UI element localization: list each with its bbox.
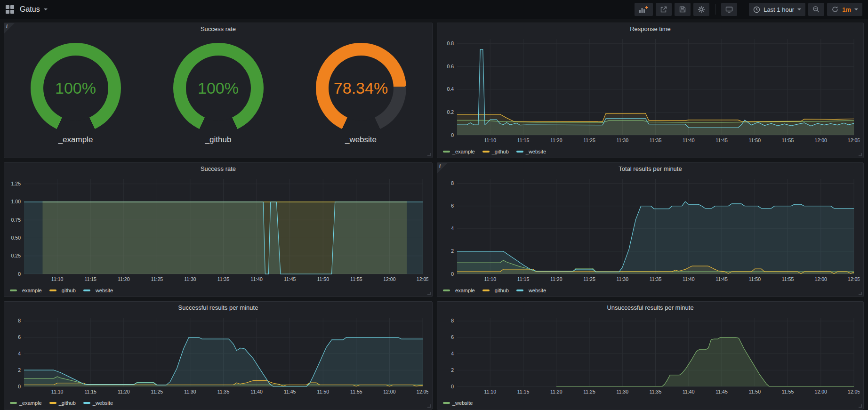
share-dashboard-button[interactable] <box>656 3 672 16</box>
svg-text:11:15: 11:15 <box>517 137 530 143</box>
svg-text:8: 8 <box>18 318 21 323</box>
svg-text:11:35: 11:35 <box>650 389 662 394</box>
svg-text:11:35: 11:35 <box>217 276 230 282</box>
svg-text:11:20: 11:20 <box>118 276 130 282</box>
response-time-chart[interactable]: 00.20.40.60.811:1011:1511:2011:2511:3011… <box>441 35 860 144</box>
svg-text:11:15: 11:15 <box>84 389 96 394</box>
save-icon <box>679 6 686 13</box>
chevron-down-icon <box>854 8 858 10</box>
svg-text:11:40: 11:40 <box>683 137 695 143</box>
svg-text:11:55: 11:55 <box>782 137 794 143</box>
dashboard-title-dropdown[interactable]: Gatus <box>20 5 48 14</box>
panel-success-rate: Success rate 00.250.500.751.001.2511:101… <box>4 162 433 297</box>
panel-total-results: i Total results per minute 0246811:1011:… <box>437 162 864 297</box>
legend: _example_github_website <box>10 400 113 406</box>
refresh-picker[interactable]: 1m <box>827 3 862 16</box>
legend-label: _example <box>452 149 475 154</box>
svg-text:11:10: 11:10 <box>51 389 64 394</box>
legend-swatch-icon <box>516 151 523 153</box>
legend-item[interactable]: _github <box>49 400 76 406</box>
svg-text:12:00: 12:00 <box>383 276 395 282</box>
svg-text:11:30: 11:30 <box>184 389 196 394</box>
legend: _example_github_website <box>443 149 546 154</box>
svg-text:0: 0 <box>18 271 21 277</box>
svg-text:0: 0 <box>451 132 454 138</box>
svg-text:8: 8 <box>451 318 454 323</box>
add-panel-button[interactable] <box>635 3 653 16</box>
svg-text:4: 4 <box>451 225 454 231</box>
legend-label: _website <box>93 288 113 293</box>
svg-text:11:50: 11:50 <box>749 389 761 394</box>
info-icon[interactable]: i <box>437 163 448 173</box>
svg-text:11:45: 11:45 <box>284 389 296 394</box>
gauge-label: _example <box>58 135 93 145</box>
legend-item[interactable]: _example <box>443 288 475 293</box>
svg-text:11:30: 11:30 <box>617 137 629 143</box>
time-range-label: Last 1 hour <box>764 6 794 13</box>
legend-item[interactable]: _website <box>516 149 546 154</box>
panel-title[interactable]: Unsuccessful results per minute <box>437 302 863 314</box>
total-results-chart[interactable]: 0246811:1011:1511:2011:2511:3011:3511:40… <box>441 175 860 282</box>
successful-results-chart[interactable]: 0246811:1011:1511:2011:2511:3011:3511:40… <box>8 314 428 395</box>
svg-text:2: 2 <box>451 248 454 254</box>
success-rate-chart[interactable]: 00.250.500.751.001.2511:1011:1511:2011:2… <box>8 175 428 282</box>
legend-swatch-icon <box>443 151 450 153</box>
panel-title[interactable]: Success rate <box>4 23 432 35</box>
legend-item[interactable]: _example <box>10 400 42 406</box>
gauge-example: 100% _example <box>31 43 121 145</box>
panel-success-rate-gauges: i Success rate 100% _example 100% _githu… <box>4 23 433 158</box>
legend-item[interactable]: _example <box>443 149 475 154</box>
resize-handle[interactable] <box>859 153 862 156</box>
svg-text:0: 0 <box>451 384 454 389</box>
resize-handle[interactable] <box>427 404 431 408</box>
svg-text:11:50: 11:50 <box>749 137 761 143</box>
svg-text:0.8: 0.8 <box>447 40 454 46</box>
info-icon[interactable]: i <box>4 23 15 33</box>
svg-text:11:20: 11:20 <box>550 389 563 394</box>
svg-text:12:00: 12:00 <box>815 137 827 143</box>
legend-item[interactable]: _github <box>49 288 76 293</box>
svg-text:11:30: 11:30 <box>184 276 196 282</box>
resize-handle[interactable] <box>427 153 431 156</box>
svg-text:2: 2 <box>451 367 454 373</box>
gauge-row: 100% _example 100% _github 78.34% _websi… <box>4 35 432 145</box>
svg-text:11:35: 11:35 <box>217 389 230 394</box>
panel-unsuccessful-results: Unsuccessful results per minute 0246811:… <box>437 301 864 410</box>
legend-item[interactable]: _github <box>482 149 509 154</box>
panel-title[interactable]: Successful results per minute <box>4 302 432 314</box>
panel-title[interactable]: Total results per minute <box>437 163 863 175</box>
svg-text:0.6: 0.6 <box>447 64 454 69</box>
cycle-view-mode-button[interactable] <box>721 3 737 16</box>
unsuccessful-results-chart[interactable]: 0246811:1011:1511:2011:2511:3011:3511:40… <box>441 314 860 395</box>
legend-label: _github <box>59 400 76 406</box>
svg-text:0.50: 0.50 <box>11 235 21 241</box>
legend-item[interactable]: _github <box>482 288 509 293</box>
legend-item[interactable]: _website <box>516 288 546 293</box>
panel-title[interactable]: Success rate <box>4 163 432 175</box>
resize-handle[interactable] <box>859 292 862 295</box>
time-range-picker[interactable]: Last 1 hour <box>749 3 805 16</box>
svg-text:11:25: 11:25 <box>583 276 595 282</box>
legend-swatch-icon <box>49 402 56 404</box>
legend-item[interactable]: _website <box>83 288 113 293</box>
dashboard-settings-button[interactable] <box>693 3 709 16</box>
svg-text:11:25: 11:25 <box>583 389 595 394</box>
panel-title[interactable]: Response time <box>437 23 863 35</box>
svg-text:6: 6 <box>18 334 21 340</box>
resize-handle[interactable] <box>427 292 431 295</box>
refresh-interval-label: 1m <box>842 6 851 13</box>
zoom-out-time-button[interactable] <box>808 3 824 16</box>
save-dashboard-button[interactable] <box>675 3 691 16</box>
legend-item[interactable]: _website <box>443 400 473 406</box>
clock-icon <box>753 6 760 13</box>
dashboards-grid-icon[interactable] <box>6 5 14 14</box>
resize-handle[interactable] <box>859 404 862 408</box>
svg-text:11:50: 11:50 <box>317 389 330 394</box>
legend-item[interactable]: _example <box>10 288 42 293</box>
legend-item[interactable]: _website <box>83 400 113 406</box>
dashboard-title: Gatus <box>20 5 40 14</box>
svg-text:1.00: 1.00 <box>11 199 21 204</box>
svg-text:11:40: 11:40 <box>683 389 695 394</box>
svg-text:0.25: 0.25 <box>11 253 21 258</box>
svg-text:11:55: 11:55 <box>782 276 794 282</box>
